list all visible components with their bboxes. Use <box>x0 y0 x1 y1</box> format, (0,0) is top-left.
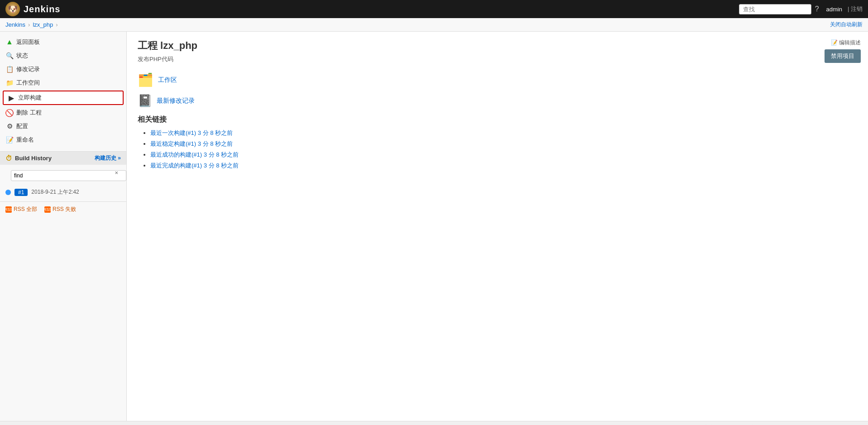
status-icon: 🔍 <box>5 52 14 60</box>
sidebar-item-workspace[interactable]: 📁 工作空间 <box>0 76 126 90</box>
rss-fail-link[interactable]: RSS RSS 失败 <box>44 205 76 213</box>
changelog-link[interactable]: 最新修改记录 <box>157 97 195 105</box>
header-search-area: ? admin | 注销 <box>739 4 863 14</box>
related-link-1: 最近一次构建(#1) 3 分 8 秒之前 <box>150 129 857 137</box>
related-link-3-anchor[interactable]: 最近成功的构建(#1) 3 分 8 秒之前 <box>150 151 239 158</box>
rename-icon: 📝 <box>5 136 14 144</box>
rss-all-label: RSS 全部 <box>14 205 37 213</box>
workspace-icon: 📁 <box>5 79 14 87</box>
related-link-4: 最近完成的构建(#1) 3 分 8 秒之前 <box>150 162 857 170</box>
help-icon[interactable]: ? <box>815 5 819 13</box>
build-status-dot <box>5 190 11 195</box>
sidebar-config-label: 配置 <box>16 122 28 130</box>
sidebar-item-build[interactable]: ▶ 立即构建 <box>3 91 124 105</box>
jenkins-logo: 🐶 <box>5 2 20 16</box>
breadcrumb-sep-1: › <box>28 21 30 28</box>
logout-button[interactable]: | 注销 <box>848 5 863 13</box>
sidebar-item-delete[interactable]: 🚫 删除 工程 <box>0 106 126 119</box>
rss-all-icon: RSS <box>5 206 12 213</box>
related-link-2-anchor[interactable]: 最近稳定构建(#1) 3 分 8 秒之前 <box>150 140 233 147</box>
related-link-3: 最近成功的构建(#1) 3 分 8 秒之前 <box>150 151 857 159</box>
build-number-badge[interactable]: #1 <box>14 189 28 196</box>
main-actions: 📝 编辑描述 禁用项目 <box>825 39 861 63</box>
build-history-label: Build History <box>15 155 52 162</box>
rss-fail-label: RSS 失败 <box>53 205 76 213</box>
build-list: #1 2018-9-21 上午2:42 <box>0 186 126 198</box>
breadcrumb: Jenkins › lzx_php › 关闭自动刷新 <box>0 18 868 32</box>
clock-icon: ⏱ <box>5 154 12 162</box>
footer: 生成页面: 2018-9-21 上午028t45分39秒 REST API Je… <box>0 421 868 425</box>
sidebar: ▲ 返回面板 🔍 状态 📋 修改记录 📁 工作空间 ▶ 立即构建 🚫 删除 工程… <box>0 32 127 421</box>
build-history-link[interactable]: 构建历史 » <box>95 154 121 162</box>
sidebar-rename-label: 重命名 <box>16 136 34 144</box>
main-content: 📝 编辑描述 禁用项目 工程 lzx_php 发布PHP代码 🗂️ 工作区 📓 … <box>127 32 868 421</box>
sidebar-item-status[interactable]: 🔍 状态 <box>0 49 126 62</box>
build-history-header: ⏱ Build History 构建历史 » <box>0 152 126 165</box>
sidebar-build-label: 立即构建 <box>18 94 42 102</box>
changelog-link-row: 📓 最新修改记录 <box>138 94 857 108</box>
rss-fail-icon: RSS <box>44 206 51 213</box>
build-item: #1 2018-9-21 上午2:42 <box>4 186 123 198</box>
disable-project-button[interactable]: 禁用项目 <box>825 49 861 63</box>
delete-icon: 🚫 <box>5 109 14 117</box>
sidebar-item-changes[interactable]: 📋 修改记录 <box>0 62 126 76</box>
sidebar-workspace-label: 工作空间 <box>16 79 40 87</box>
edit-description-button[interactable]: 📝 编辑描述 <box>831 39 861 47</box>
sidebar-item-back[interactable]: ▲ 返回面板 <box>0 35 126 49</box>
project-title: 工程 lzx_php <box>138 39 857 53</box>
sidebar-changes-label: 修改记录 <box>16 65 40 73</box>
rss-footer: RSS RSS 全部 RSS RSS 失败 <box>0 201 126 217</box>
build-search-wrapper: × <box>5 167 121 184</box>
related-link-1-anchor[interactable]: 最近一次构建(#1) 3 分 8 秒之前 <box>150 129 233 136</box>
header-logo: 🐶 Jenkins <box>5 2 60 16</box>
breadcrumb-sep-2: › <box>56 21 58 28</box>
breadcrumb-jenkins[interactable]: Jenkins <box>5 21 25 28</box>
workspace-folder-icon: 🗂️ <box>138 72 153 87</box>
build-icon: ▶ <box>7 94 15 102</box>
related-link-2: 最近稳定构建(#1) 3 分 8 秒之前 <box>150 140 857 148</box>
changelog-icon: 📓 <box>138 94 152 108</box>
build-history-panel: ⏱ Build History 构建历史 » × #1 2018-9-21 上午… <box>0 151 126 217</box>
rss-all-link[interactable]: RSS RSS 全部 <box>5 205 37 213</box>
layout: ▲ 返回面板 🔍 状态 📋 修改记录 📁 工作空间 ▶ 立即构建 🚫 删除 工程… <box>0 32 868 421</box>
sidebar-item-config[interactable]: ⚙ 配置 <box>0 119 126 133</box>
app-title: Jenkins <box>24 4 60 14</box>
user-label: admin <box>826 6 842 13</box>
close-auto-refresh-link[interactable]: 关闭自动刷新 <box>830 21 863 28</box>
related-link-4-anchor[interactable]: 最近完成的构建(#1) 3 分 8 秒之前 <box>150 162 239 169</box>
search-input[interactable] <box>739 4 811 14</box>
back-icon: ▲ <box>5 38 14 46</box>
build-date: 2018-9-21 上午2:42 <box>31 188 79 196</box>
sidebar-back-label: 返回面板 <box>16 38 40 46</box>
sidebar-status-label: 状态 <box>16 52 28 60</box>
workspace-link-row: 🗂️ 工作区 <box>138 72 857 87</box>
build-search-clear[interactable]: × <box>115 169 118 176</box>
build-search-input[interactable] <box>11 170 126 181</box>
project-description: 发布PHP代码 <box>138 55 857 63</box>
related-links-title: 相关链接 <box>138 115 857 124</box>
sidebar-item-rename[interactable]: 📝 重命名 <box>0 133 126 147</box>
related-links-list: 最近一次构建(#1) 3 分 8 秒之前 最近稳定构建(#1) 3 分 8 秒之… <box>138 129 857 170</box>
sidebar-delete-label: 删除 工程 <box>16 109 42 117</box>
workspace-link[interactable]: 工作区 <box>158 76 177 84</box>
build-history-header-left: ⏱ Build History <box>5 154 52 162</box>
close-auto-refresh[interactable]: 关闭自动刷新 <box>830 21 863 29</box>
changes-icon: 📋 <box>5 65 14 73</box>
breadcrumb-project[interactable]: lzx_php <box>33 21 53 28</box>
config-icon: ⚙ <box>5 122 14 130</box>
header: 🐶 Jenkins ? admin | 注销 <box>0 0 868 18</box>
